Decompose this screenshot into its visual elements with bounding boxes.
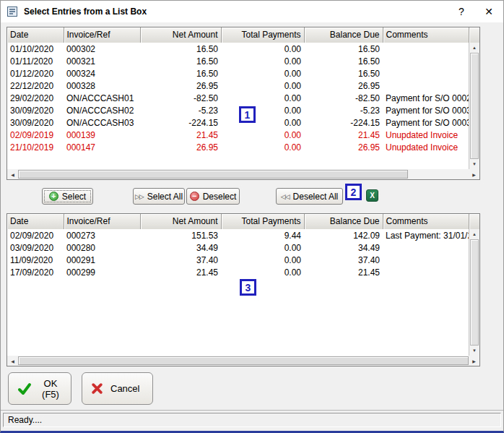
column-header-total-payments[interactable]: Total Payments <box>221 27 304 43</box>
cell-date: 01/10/2020 <box>7 43 64 55</box>
cell-comments <box>383 266 469 278</box>
column-header-net-amount[interactable]: Net Amount <box>140 27 221 43</box>
cell-net: 16.50 <box>140 43 221 55</box>
cell-payments: 0.00 <box>221 92 304 104</box>
cell-ref: ON/ACCCASH01 <box>64 92 140 104</box>
cell-ref: 000139 <box>64 129 140 141</box>
top-vertical-scrollbar[interactable]: ▲ ▼ <box>469 43 479 169</box>
column-header-invoice-ref[interactable]: Invoice/Ref <box>64 214 140 229</box>
cell-net: 16.50 <box>140 67 221 80</box>
cell-balance: 16.50 <box>304 43 383 55</box>
scroll-up-icon[interactable]: ▲ <box>469 43 479 53</box>
double-chevron-right-icon: ▷▷ <box>135 193 144 200</box>
cell-ref: 000321 <box>64 55 140 67</box>
vertical-scroll-thumb[interactable] <box>470 53 479 159</box>
table-row[interactable]: 29/02/2020ON/ACCCASH01-82.500.00-82.50Pa… <box>7 92 469 104</box>
cell-ref: 000280 <box>64 241 140 254</box>
cell-payments: 0.00 <box>221 43 304 55</box>
column-header-total-payments[interactable]: Total Payments <box>221 214 304 229</box>
horizontal-scroll-thumb[interactable] <box>18 170 408 179</box>
column-header-balance-due[interactable]: Balance Due <box>304 27 383 43</box>
cell-comments: Unupdated Invoice <box>383 141 469 153</box>
bottom-list-header: Date Invoice/Ref Net Amount Total Paymen… <box>7 214 480 230</box>
export-excel-button[interactable]: X <box>366 189 378 202</box>
close-icon[interactable]: ✕ <box>477 1 500 22</box>
plus-icon: + <box>49 192 58 201</box>
minus-icon: − <box>190 192 199 201</box>
scroll-down-icon[interactable]: ▼ <box>469 159 479 169</box>
column-header-invoice-ref[interactable]: Invoice/Ref <box>64 27 140 43</box>
table-row[interactable]: 03/09/202000028034.490.0034.49 <box>7 241 469 254</box>
table-row[interactable]: 21/10/201900014726.950.0026.95Unupdated … <box>7 141 469 153</box>
cell-date: 01/11/2020 <box>7 55 64 67</box>
top-horizontal-scrollbar[interactable]: ◀ ▶ <box>6 169 480 180</box>
column-header-comments[interactable]: Comments <box>383 214 469 229</box>
cell-balance: 142.09 <box>304 229 383 241</box>
scroll-up-icon[interactable]: ▲ <box>469 229 479 239</box>
horizontal-scroll-thumb[interactable] <box>18 356 469 365</box>
deselect-button[interactable]: − Deselect <box>186 188 240 205</box>
column-header-comments[interactable]: Comments <box>383 27 469 43</box>
cell-payments: 0.00 <box>221 80 304 92</box>
available-entries-list: Date Invoice/Ref Net Amount Total Paymen… <box>6 27 480 169</box>
cell-net: 34.49 <box>140 241 221 254</box>
scroll-right-icon[interactable]: ▶ <box>469 169 479 179</box>
cell-balance: 21.45 <box>304 129 383 141</box>
cell-date: 30/09/2020 <box>7 104 64 116</box>
vertical-scroll-thumb[interactable] <box>470 239 479 346</box>
status-panel: Ready.... <box>3 413 501 427</box>
deselect-all-button[interactable]: ◁◁ Deselect All <box>276 188 343 205</box>
bottom-horizontal-scrollbar[interactable]: ◀ ▶ <box>6 356 480 366</box>
cell-comments: Payment for S/O 000371 <box>383 116 469 129</box>
cell-net: 16.50 <box>140 55 221 67</box>
table-row[interactable]: 01/12/202000032416.500.0016.50 <box>7 67 469 80</box>
scroll-right-icon[interactable]: ▶ <box>469 356 479 366</box>
cell-ref: 000299 <box>64 266 140 278</box>
table-row[interactable]: 22/12/202000032826.950.0026.95 <box>7 80 469 92</box>
double-chevron-left-icon: ◁◁ <box>281 193 290 200</box>
table-row[interactable]: 02/09/2020000273151.539.44142.09Last Pay… <box>7 229 469 241</box>
status-text: Ready.... <box>8 415 42 425</box>
select-button[interactable]: + Select <box>42 188 93 205</box>
cell-ref: ON/ACCCASH02 <box>64 104 140 116</box>
cell-balance: 37.40 <box>304 254 383 266</box>
column-header-date[interactable]: Date <box>7 214 64 229</box>
cell-payments: 0.00 <box>221 141 304 153</box>
cell-ref: 000291 <box>64 254 140 266</box>
app-icon <box>6 6 18 17</box>
select-all-label: Select All <box>147 192 183 202</box>
cell-comments <box>383 241 469 254</box>
scroll-down-icon[interactable]: ▼ <box>469 346 479 356</box>
help-button[interactable]: ? <box>450 1 473 22</box>
cell-comments: Unupdated Invoice <box>383 129 469 141</box>
scroll-left-icon[interactable]: ◀ <box>7 356 18 366</box>
ok-button[interactable]: OK (F5) <box>8 372 71 405</box>
table-row[interactable]: 01/10/202000030216.500.0016.50 <box>7 43 469 55</box>
table-row[interactable]: 01/11/202000032116.500.0016.50 <box>7 55 469 67</box>
cell-payments: 0.00 <box>221 116 304 129</box>
cancel-button[interactable]: Cancel <box>82 372 153 405</box>
annotation-1: 1 <box>239 106 256 123</box>
cell-comments: Payment for S/O 000370 <box>383 104 469 116</box>
window-title: Select Entries from a List Box <box>24 7 147 17</box>
cell-comments <box>383 80 469 92</box>
top-list-header: Date Invoice/Ref Net Amount Total Paymen… <box>7 27 480 43</box>
table-row[interactable]: 11/09/202000029137.400.0037.40 <box>7 254 469 266</box>
cell-ref: 000147 <box>64 141 140 153</box>
table-row[interactable]: 17/09/202000029921.450.0021.45 <box>7 266 469 278</box>
header-filler <box>469 27 479 43</box>
cell-comments <box>383 43 469 55</box>
select-all-button[interactable]: ▷▷ Select All <box>133 188 185 205</box>
column-header-net-amount[interactable]: Net Amount <box>140 214 221 229</box>
cell-comments <box>383 254 469 266</box>
table-row[interactable]: 30/09/2020ON/ACCCASH02-5.230.00-5.23Paym… <box>7 104 469 116</box>
column-header-balance-due[interactable]: Balance Due <box>304 214 383 229</box>
column-header-date[interactable]: Date <box>7 27 64 43</box>
table-row[interactable]: 30/09/2020ON/ACCCASH03-224.150.00-224.15… <box>7 116 469 129</box>
table-row[interactable]: 02/09/201900013921.450.0021.45Unupdated … <box>7 129 469 141</box>
cell-balance: 26.95 <box>304 80 383 92</box>
bottom-vertical-scrollbar[interactable]: ▲ ▼ <box>469 229 479 356</box>
status-bar: Ready.... <box>1 410 503 431</box>
cell-payments: 0.00 <box>221 129 304 141</box>
scroll-left-icon[interactable]: ◀ <box>7 169 18 179</box>
